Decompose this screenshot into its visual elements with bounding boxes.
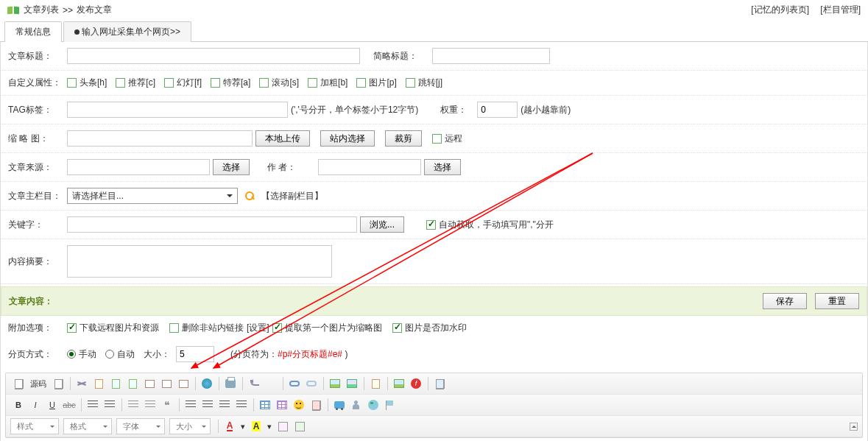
browse-button[interactable]: 浏览... — [360, 216, 404, 233]
paging-auto-radio[interactable] — [105, 350, 114, 359]
ul-icon[interactable] — [102, 397, 118, 413]
page-size-input[interactable] — [176, 346, 214, 362]
preview-icon[interactable] — [367, 375, 384, 392]
bg-color-dropdown[interactable]: ▾ — [265, 418, 274, 434]
align-justify-icon[interactable] — [233, 397, 250, 413]
strike-button[interactable]: abc — [61, 397, 77, 413]
remove-external-checkbox[interactable] — [169, 323, 179, 333]
table2-icon[interactable] — [274, 397, 290, 413]
attr-jump-checkbox[interactable] — [406, 78, 415, 88]
summary-label: 内容摘要： — [8, 255, 67, 268]
thumb-input[interactable] — [67, 130, 253, 147]
special-char-icon[interactable] — [308, 397, 324, 413]
format-select[interactable]: 格式 — [63, 418, 112, 434]
source-button[interactable]: 源码 — [27, 375, 49, 392]
weight-label: 权重： — [440, 104, 467, 116]
main-cat-select[interactable]: 请选择栏目... — [67, 188, 238, 204]
special-icon[interactable] — [431, 375, 448, 392]
tab-basic-info[interactable]: 常规信息 — [4, 21, 62, 42]
first-image-checkbox[interactable] — [272, 323, 282, 333]
breadcrumb-article-list[interactable]: 文章列表 — [24, 4, 59, 16]
memory-list-link[interactable]: [记忆的列表页] — [751, 4, 809, 15]
paste-word-icon[interactable] — [141, 375, 158, 392]
attr-slide-checkbox[interactable] — [164, 78, 174, 88]
font-color-button[interactable]: A — [222, 418, 238, 434]
media-icon[interactable] — [344, 375, 360, 392]
paging-manual-radio[interactable] — [67, 350, 76, 359]
source-doc-icon[interactable] — [10, 375, 27, 392]
print-icon[interactable] — [222, 375, 239, 392]
car-icon[interactable] — [331, 397, 347, 413]
quote-icon[interactable]: ❝ — [159, 397, 175, 413]
reset-button[interactable]: 重置 — [815, 293, 859, 309]
category-manage-link[interactable]: [栏目管理] — [820, 4, 861, 15]
title-input[interactable] — [67, 48, 360, 64]
globe-icon[interactable] — [199, 375, 215, 392]
search-icon[interactable] — [244, 190, 255, 202]
settings-link[interactable]: [设置] — [247, 322, 269, 334]
emoticon-icon[interactable] — [291, 397, 307, 413]
align-left-icon[interactable] — [183, 397, 199, 413]
watermark-checkbox[interactable] — [392, 323, 402, 333]
attr-scroll-checkbox[interactable] — [259, 78, 269, 88]
tag-input[interactable] — [67, 102, 288, 118]
paste-special-icon[interactable] — [158, 375, 174, 392]
sub-cat-link[interactable]: 【选择副栏目】 — [261, 190, 323, 202]
attr-recommend-checkbox[interactable] — [116, 78, 125, 88]
size-select[interactable]: 大小 — [169, 418, 211, 434]
weight-input[interactable] — [477, 102, 518, 118]
clipboard-icon[interactable] — [175, 375, 191, 392]
man-icon[interactable] — [348, 397, 364, 413]
align-center-icon[interactable] — [200, 397, 216, 413]
new-doc-icon[interactable] — [50, 375, 66, 392]
bg-color-button[interactable]: A — [248, 418, 264, 434]
redo-icon[interactable] — [263, 375, 279, 392]
unlink-icon[interactable] — [303, 375, 320, 392]
author-select-button[interactable]: 选择 — [424, 159, 461, 175]
attr-image-checkbox[interactable] — [356, 78, 366, 88]
remote-checkbox[interactable] — [432, 134, 442, 144]
link-icon[interactable] — [286, 375, 303, 392]
paste-text-icon[interactable] — [124, 375, 141, 392]
collapse-toolbar-icon[interactable] — [850, 423, 858, 431]
keywords-input[interactable] — [67, 216, 357, 233]
attr-special-checkbox[interactable] — [211, 78, 220, 88]
italic-button[interactable]: I — [27, 397, 43, 413]
pick-site-button[interactable]: 站内选择 — [320, 130, 375, 147]
font-select[interactable]: 字体 — [116, 418, 165, 434]
flag-icon[interactable] — [382, 397, 398, 413]
outdent-icon[interactable] — [125, 397, 141, 413]
tab-collect-url[interactable]: 输入网址采集单个网页>> — [63, 21, 191, 42]
cut-icon[interactable] — [74, 375, 90, 392]
download-remote-checkbox[interactable] — [67, 323, 77, 333]
ol-icon[interactable] — [85, 397, 101, 413]
source-input[interactable] — [67, 159, 210, 175]
attr-bold-checkbox[interactable] — [308, 78, 317, 88]
image2-icon[interactable] — [391, 375, 407, 392]
short-title-input[interactable] — [432, 48, 550, 64]
indent-icon[interactable] — [142, 397, 158, 413]
author-input[interactable] — [318, 159, 421, 175]
copy-icon[interactable] — [91, 375, 107, 392]
image-icon[interactable] — [327, 375, 343, 392]
auto-keywords-checkbox[interactable] — [426, 220, 436, 230]
table-icon[interactable] — [257, 397, 273, 413]
template-icon[interactable] — [275, 418, 291, 434]
crop-button[interactable]: 裁剪 — [385, 130, 422, 147]
align-right-icon[interactable] — [216, 397, 233, 413]
source-select-button[interactable]: 选择 — [213, 159, 250, 175]
upload-button[interactable]: 本地上传 — [255, 130, 310, 147]
undo-icon[interactable] — [246, 375, 262, 392]
flash-icon[interactable]: f — [408, 375, 424, 392]
style-select[interactable]: 样式 — [10, 418, 59, 434]
paste-icon[interactable] — [107, 375, 124, 392]
bold-button[interactable]: B — [10, 397, 27, 413]
underline-button[interactable]: U — [44, 397, 60, 413]
template2-icon[interactable] — [292, 418, 308, 434]
font-color-dropdown[interactable]: ▾ — [239, 418, 247, 434]
save-button[interactable]: 保存 — [763, 293, 807, 309]
map-icon[interactable] — [365, 397, 381, 413]
attr-headline-checkbox[interactable] — [67, 78, 77, 88]
paging-label: 分页方式： — [8, 348, 67, 361]
summary-textarea[interactable] — [67, 245, 332, 278]
